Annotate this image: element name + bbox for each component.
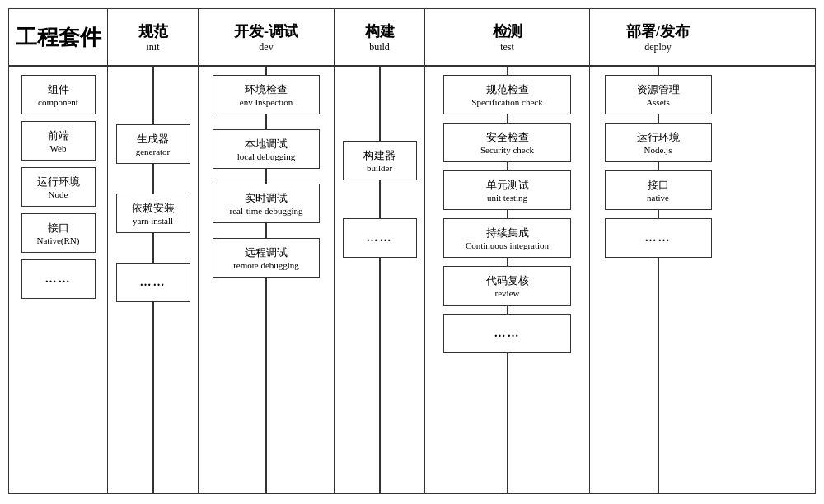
main-title-zh: 工程套件: [16, 23, 101, 52]
box-builder: 构建器 builder: [343, 141, 417, 180]
ci-en: Continuous integration: [466, 240, 549, 250]
header-test-en: test: [500, 41, 514, 54]
security-check-en: Security check: [480, 145, 534, 155]
component-zh: 组件: [48, 82, 69, 97]
box-interface-native: 接口 native: [605, 170, 712, 210]
box-title-dots: ……: [21, 259, 96, 299]
test-column: 规范检查 Specification check 安全检查 Security c…: [425, 67, 590, 493]
box-generator: 生成器 generator: [116, 124, 190, 164]
spec-check-en: Specification check: [471, 97, 542, 107]
box-native: 接口 Native(RN): [21, 213, 96, 253]
header-row: 工程套件 规范 init 开发-调试 dev 构建 build 检测 test …: [9, 9, 815, 67]
header-deploy-zh: 部署/发布: [626, 21, 690, 41]
realtime-debug-en: real-time debugging: [230, 206, 303, 216]
interface-native-zh: 接口: [648, 178, 669, 193]
box-test-dots: ……: [443, 314, 571, 353]
remote-debug-zh: 远程调试: [245, 245, 288, 260]
box-security-check: 安全检查 Security check: [443, 123, 571, 162]
init-column: 生成器 generator 依赖安装 yarn install ……: [108, 67, 199, 493]
unit-test-en: unit testing: [487, 193, 527, 203]
deploy-column: 资源管理 Assets 运行环境 Node.js 接口 native ……: [590, 67, 726, 493]
box-build-dots: ……: [343, 218, 417, 258]
header-build: 构建 build: [335, 9, 425, 65]
dev-column: 环境检查 env Inspection 本地调试 local debugging…: [199, 67, 335, 493]
env-en: env Inspection: [240, 97, 293, 107]
init-dots: ……: [140, 276, 166, 289]
header-build-en: build: [369, 41, 390, 54]
header-title: 工程套件: [9, 9, 108, 65]
header-init-zh: 规范: [138, 21, 168, 41]
box-node: 运行环境 Node: [21, 167, 96, 207]
box-init-dots: ……: [116, 263, 190, 302]
build-vline: [379, 67, 381, 493]
header-test: 检测 test: [425, 9, 590, 65]
spec-check-zh: 规范检查: [486, 82, 529, 97]
remote-debug-en: remote debugging: [233, 260, 299, 270]
review-en: review: [495, 288, 520, 298]
test-dots: ……: [494, 327, 521, 340]
realtime-debug-zh: 实时调试: [245, 191, 288, 206]
web-zh: 前端: [48, 128, 69, 143]
build-column: 构建器 builder ……: [335, 67, 425, 493]
component-en: component: [38, 97, 78, 107]
box-ci: 持续集成 Continuous integration: [443, 218, 571, 258]
box-assets: 资源管理 Assets: [605, 75, 712, 114]
body-row: 组件 component 前端 Web 运行环境 Node 接口 Native(…: [9, 67, 815, 493]
box-review: 代码复核 review: [443, 266, 571, 306]
box-env: 环境检查 env Inspection: [213, 75, 320, 114]
header-dev: 开发-调试 dev: [199, 9, 335, 65]
box-nodejs: 运行环境 Node.js: [605, 123, 712, 162]
local-debug-zh: 本地调试: [245, 137, 288, 152]
node-zh: 运行环境: [37, 175, 80, 189]
yarn-zh: 依赖安装: [132, 201, 175, 216]
box-spec-check: 规范检查 Specification check: [443, 75, 571, 114]
header-init: 规范 init: [108, 9, 199, 65]
header-dev-en: dev: [259, 41, 273, 54]
nodejs-en: Node.js: [644, 145, 672, 155]
box-remote-debug: 远程调试 remote debugging: [213, 238, 320, 278]
builder-zh: 构建器: [363, 148, 396, 163]
review-zh: 代码复核: [486, 273, 529, 288]
env-zh: 环境检查: [245, 82, 288, 97]
ci-zh: 持续集成: [486, 226, 529, 240]
header-init-en: init: [146, 41, 159, 54]
security-check-zh: 安全检查: [486, 130, 529, 145]
builder-en: builder: [367, 163, 392, 173]
nodejs-zh: 运行环境: [637, 130, 680, 145]
assets-zh: 资源管理: [637, 82, 680, 97]
native-en: Native(RN): [37, 236, 80, 245]
local-debug-en: local debugging: [237, 152, 296, 161]
native-zh: 接口: [48, 221, 69, 236]
generator-zh: 生成器: [137, 132, 169, 147]
header-deploy-en: deploy: [644, 41, 672, 54]
main-diagram: 工程套件 规范 init 开发-调试 dev 构建 build 检测 test …: [8, 8, 816, 494]
header-build-zh: 构建: [365, 21, 395, 41]
generator-en: generator: [136, 147, 171, 156]
box-component: 组件 component: [21, 75, 96, 114]
header-deploy: 部署/发布 deploy: [590, 9, 726, 65]
title-column: 组件 component 前端 Web 运行环境 Node 接口 Native(…: [9, 67, 108, 493]
header-dev-zh: 开发-调试: [234, 21, 298, 41]
build-dots: ……: [367, 231, 393, 245]
assets-en: Assets: [646, 97, 670, 107]
header-test-zh: 检测: [493, 21, 522, 41]
title-dots: ……: [45, 273, 72, 286]
box-web: 前端 Web: [21, 121, 96, 161]
box-unit-test: 单元测试 unit testing: [443, 170, 571, 210]
unit-test-zh: 单元测试: [486, 178, 529, 193]
deploy-dots: ……: [645, 231, 672, 245]
box-deploy-dots: ……: [605, 218, 712, 258]
web-en: Web: [50, 143, 67, 153]
box-yarn: 依赖安装 yarn install: [116, 194, 190, 233]
interface-native-en: native: [647, 193, 669, 203]
box-local-debug: 本地调试 local debugging: [213, 129, 320, 169]
node-en: Node: [49, 189, 68, 199]
box-realtime-debug: 实时调试 real-time debugging: [213, 184, 320, 223]
yarn-en: yarn install: [133, 216, 173, 226]
